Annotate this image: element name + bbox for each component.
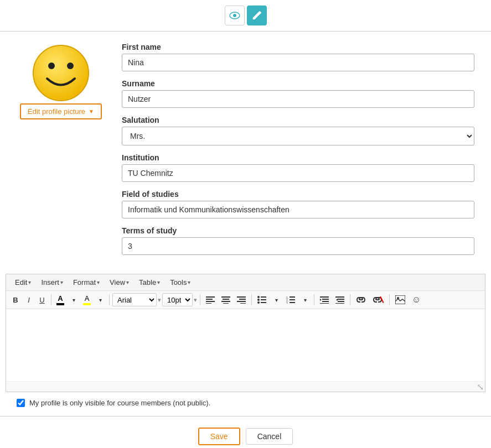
insert-emoji-button[interactable]: ☺ xyxy=(409,293,423,306)
salutation-select[interactable]: Mrs. Mr. Dr. Prof. xyxy=(122,127,474,145)
align-center-button[interactable] xyxy=(219,293,233,306)
save-button[interactable]: Save xyxy=(198,428,240,445)
svg-point-2 xyxy=(33,45,89,101)
surname-label: Surname xyxy=(122,79,474,88)
toolbar-divider-2 xyxy=(109,294,110,305)
font-family-select[interactable]: Arial Times New Roman Courier New xyxy=(112,293,157,306)
svg-text:3.: 3. xyxy=(286,301,288,304)
menu-format-arrow: ▾ xyxy=(97,279,100,285)
toolbar-divider-1 xyxy=(51,294,51,305)
field-of-studies-input[interactable] xyxy=(122,201,474,218)
insert-image-button[interactable] xyxy=(392,293,408,306)
underline-button[interactable]: U xyxy=(36,293,48,306)
edit-picture-button[interactable]: Edit profile picture ▼ xyxy=(20,103,102,119)
toolbar-divider-7 xyxy=(389,294,390,305)
toolbar-divider-5 xyxy=(314,294,314,305)
editor-body[interactable] xyxy=(6,309,485,381)
right-panel: First name Surname Salutation Mrs. Mr. D… xyxy=(122,43,474,263)
cancel-button[interactable]: Cancel xyxy=(246,428,293,445)
menu-table-arrow: ▾ xyxy=(157,279,160,285)
menu-format[interactable]: Format ▾ xyxy=(69,277,104,288)
text-color-bar xyxy=(56,303,64,305)
italic-button[interactable]: I xyxy=(23,293,35,306)
unordered-list-dropdown[interactable]: ▾ xyxy=(270,293,282,306)
rich-text-editor: Edit ▾ Insert ▾ Format ▾ View ▾ Table ▾ … xyxy=(6,274,485,392)
toolbar-divider-6 xyxy=(350,294,350,305)
field-of-studies-label: Field of studies xyxy=(122,190,474,199)
menu-view-arrow: ▾ xyxy=(126,279,129,285)
left-panel: Edit profile picture ▼ xyxy=(17,43,105,263)
editor-toolbar: B I U A ▾ A ▾ Arial Times New Roman Cour… xyxy=(6,291,485,309)
terms-of-study-input[interactable] xyxy=(122,237,474,255)
terms-of-study-label: Terms of study xyxy=(122,226,474,235)
first-name-label: First name xyxy=(122,43,474,51)
edit-picture-arrow: ▼ xyxy=(89,108,94,114)
action-buttons: Save Cancel xyxy=(0,419,491,448)
surname-group: Surname xyxy=(122,79,474,108)
main-content: Edit profile picture ▼ First name Surnam… xyxy=(0,32,491,274)
svg-point-1 xyxy=(233,14,236,17)
menu-edit-arrow: ▾ xyxy=(28,279,31,285)
svg-point-21 xyxy=(257,301,260,304)
salutation-group: Salutation Mrs. Mr. Dr. Prof. xyxy=(122,116,474,145)
bold-button[interactable]: B xyxy=(9,293,22,306)
menu-tools-arrow: ▾ xyxy=(188,279,190,285)
highlight-color-button[interactable]: A xyxy=(81,293,93,306)
menu-view[interactable]: View ▾ xyxy=(105,277,133,288)
text-color-dropdown[interactable]: ▾ xyxy=(68,293,80,306)
menu-insert-arrow: ▾ xyxy=(60,279,63,285)
editor-menubar: Edit ▾ Insert ▾ Format ▾ View ▾ Table ▾ … xyxy=(6,274,485,291)
edit-mode-button[interactable] xyxy=(247,6,267,25)
svg-point-19 xyxy=(257,299,260,301)
svg-point-4 xyxy=(67,62,74,69)
text-color-button[interactable]: A xyxy=(54,293,66,306)
highlight-color-bar xyxy=(83,303,91,305)
profile-avatar xyxy=(30,43,91,103)
visibility-section: My profile is only visible for course me… xyxy=(0,392,491,414)
resize-icon: ⤡ xyxy=(477,383,484,392)
svg-point-17 xyxy=(257,296,260,298)
menu-insert[interactable]: Insert ▾ xyxy=(37,277,68,288)
toolbar-divider-3 xyxy=(200,294,200,305)
align-left-button[interactable] xyxy=(203,293,218,306)
top-bar xyxy=(0,0,491,32)
menu-tools[interactable]: Tools ▾ xyxy=(166,277,195,288)
editor-resize-handle[interactable]: ⤡ xyxy=(6,381,485,392)
highlight-color-dropdown[interactable]: ▾ xyxy=(94,293,106,306)
toolbar-divider-4 xyxy=(251,294,252,305)
svg-point-3 xyxy=(48,62,55,69)
salutation-label: Salutation xyxy=(122,116,474,124)
indent-button[interactable] xyxy=(317,293,332,306)
surname-input[interactable] xyxy=(122,90,474,108)
field-of-studies-group: Field of studies xyxy=(122,190,474,218)
edit-picture-label: Edit profile picture xyxy=(28,107,85,116)
first-name-input[interactable] xyxy=(122,54,474,71)
visibility-label: My profile is only visible for course me… xyxy=(29,399,210,407)
institution-label: Institution xyxy=(122,153,474,162)
outdent-button[interactable] xyxy=(333,293,347,306)
terms-of-study-group: Terms of study xyxy=(122,226,474,255)
menu-edit[interactable]: Edit ▾ xyxy=(11,277,35,288)
align-right-button[interactable] xyxy=(234,293,249,306)
first-name-group: First name xyxy=(122,43,474,71)
insert-link-button[interactable] xyxy=(353,293,369,306)
institution-group: Institution xyxy=(122,153,474,182)
view-mode-button[interactable] xyxy=(225,6,245,25)
unordered-list-button[interactable] xyxy=(255,293,269,306)
visibility-checkbox[interactable] xyxy=(17,399,25,407)
institution-input[interactable] xyxy=(122,164,474,182)
menu-table[interactable]: Table ▾ xyxy=(135,277,164,288)
bottom-divider xyxy=(0,416,491,416)
ordered-list-dropdown[interactable]: ▾ xyxy=(299,293,311,306)
font-size-select[interactable]: 10pt 12pt 14pt 16pt 18pt xyxy=(162,293,193,306)
ordered-list-button[interactable]: 1.2.3. xyxy=(283,293,298,306)
font-size-arrow: ▾ xyxy=(194,296,197,304)
remove-link-button[interactable] xyxy=(370,293,386,306)
font-arrow: ▾ xyxy=(158,296,161,304)
